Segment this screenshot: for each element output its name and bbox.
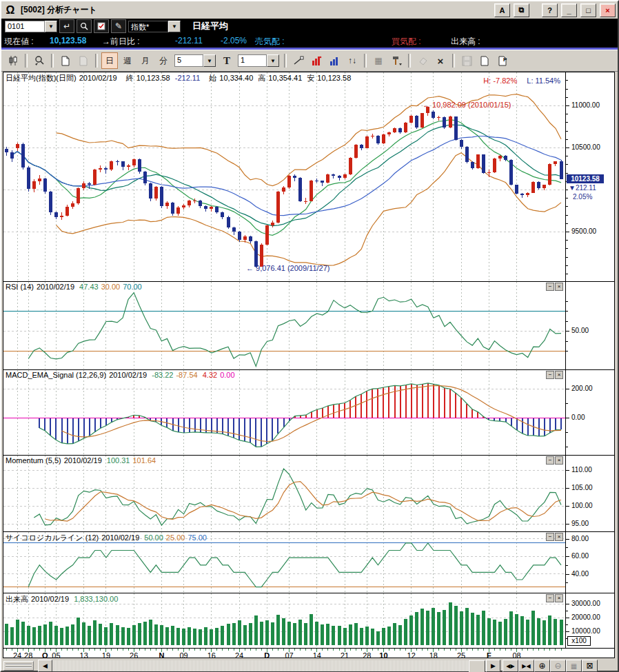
trendline-button[interactable]: [290, 52, 307, 69]
minimize-panel-button[interactable]: −: [546, 371, 554, 379]
floppy-icon: [462, 56, 472, 66]
grid-view-button[interactable]: ▦: [566, 660, 582, 672]
expand-range-button[interactable]: ◀▶: [503, 660, 518, 672]
period-day-button[interactable]: 日: [101, 52, 118, 69]
axis-minor-tick: [566, 341, 568, 342]
close-panel-button[interactable]: ×: [555, 594, 563, 602]
x-axis-label: 24: [232, 651, 247, 658]
symbol-name: 日経平均: [192, 20, 228, 32]
x-axis-label: 18: [426, 651, 441, 658]
toolbar-separator: [95, 54, 98, 68]
current-price-tag: 10123.58: [567, 174, 604, 183]
price-axis[interactable]: 10123.58 ▼212.11 2.05% 11000.0010500.009…: [565, 72, 614, 281]
symbol-bar: 0101 ▼ ↵ ✎ 指数* ▼ 日経平均: [1, 19, 618, 34]
print-preview-button[interactable]: [476, 52, 493, 69]
close-view-button[interactable]: ⊠: [582, 660, 598, 672]
chevron-down-icon[interactable]: ▼: [203, 54, 216, 67]
category-value[interactable]: 指数*: [128, 21, 168, 32]
eraser-button[interactable]: [414, 52, 431, 69]
close-button[interactable]: ×: [600, 3, 616, 17]
x-axis-label: F: [481, 651, 496, 658]
minute-interval-combo[interactable]: 5 ▼: [174, 54, 216, 67]
window-title: [5002] 分析チャート: [21, 4, 97, 16]
zoom-tool-button[interactable]: [31, 52, 48, 69]
macd-header: MACD_EMA_Signal (12,26,9)2010/02/19 -83.…: [6, 371, 238, 379]
period-week-button[interactable]: 週: [119, 52, 136, 69]
chart-type-button[interactable]: [5, 52, 21, 69]
volume-header: 出来高2010/02/19 1,833,130.00: [6, 594, 121, 604]
symbol-code-input[interactable]: 0101: [5, 21, 45, 32]
indicator-overlay-button[interactable]: [308, 52, 325, 69]
scroll-left-button[interactable]: ◀: [38, 660, 52, 672]
splitter-handle[interactable]: [3, 661, 34, 671]
category-combo[interactable]: 指数* ▼: [128, 21, 181, 32]
submit-symbol-button[interactable]: ↵: [59, 19, 74, 33]
rsi-plot[interactable]: [3, 282, 566, 369]
x-axis-label: 21: [337, 651, 352, 658]
symbol-dropdown-button[interactable]: ▼: [45, 21, 57, 32]
current-change-tag: ▼212.11: [569, 184, 596, 192]
axis-minor-tick: [566, 122, 568, 123]
axis-label: 9500.00: [571, 227, 596, 235]
momentum-axis[interactable]: 110.00105.00100.0095.00: [565, 456, 614, 531]
close-panel-button[interactable]: ×: [555, 533, 563, 541]
duplicate-chart-button[interactable]: [75, 52, 92, 69]
title-bar[interactable]: Ω [5002] 分析チャート A ⧉ ? _ □ ×: [1, 1, 618, 19]
period-month-button[interactable]: 月: [137, 52, 154, 69]
new-page-icon: [61, 56, 70, 66]
text-tool-button[interactable]: T: [219, 52, 235, 69]
sort-updown-button[interactable]: ↑↓: [344, 52, 361, 69]
chart-settings-button[interactable]: [388, 52, 405, 69]
momentum-panel-controls: − ×: [546, 456, 563, 465]
x-axis-label: 19: [99, 651, 114, 658]
macd-plot[interactable]: [3, 370, 566, 454]
collapse-range-button[interactable]: ▶◀: [518, 660, 534, 672]
scroll-right-button[interactable]: ▶: [486, 660, 500, 672]
psych-axis[interactable]: 80.0060.0040.00: [565, 532, 614, 593]
print-button[interactable]: P: [494, 52, 511, 69]
category-dropdown-button[interactable]: ▼: [168, 21, 181, 32]
save-button[interactable]: [458, 52, 475, 69]
macd-axis[interactable]: 200.000.00: [565, 370, 614, 455]
momentum-plot[interactable]: [3, 456, 566, 531]
minimize-panel-button[interactable]: −: [546, 283, 554, 291]
period-minute-button[interactable]: 分: [155, 52, 172, 69]
chevron-down-icon[interactable]: ▼: [267, 54, 279, 67]
register-list-button[interactable]: [94, 19, 109, 33]
symbol-search-button[interactable]: [77, 19, 92, 33]
axis-tick: [566, 618, 569, 618]
new-chart-button[interactable]: [57, 52, 74, 69]
minimize-panel-button[interactable]: −: [546, 533, 554, 541]
maximize-button[interactable]: □: [580, 3, 596, 17]
annotation-button[interactable]: A: [494, 3, 510, 17]
count-value[interactable]: 1: [238, 54, 267, 67]
axis-label: 0.00: [571, 414, 585, 421]
copy-window-button[interactable]: ⧉: [514, 3, 529, 17]
symbol-code-combo[interactable]: 0101 ▼: [5, 21, 57, 32]
svg-text:P: P: [503, 57, 507, 63]
x-axis-label: 28: [21, 651, 36, 658]
minimize-panel-button[interactable]: −: [546, 594, 554, 602]
close-panel-button[interactable]: ×: [555, 371, 563, 379]
delete-all-button[interactable]: ×: [432, 52, 449, 69]
zoom-out-button[interactable]: ⊖: [550, 660, 566, 672]
scrollbar-track[interactable]: [52, 660, 486, 671]
scrollbar-thumb[interactable]: [469, 660, 485, 672]
axis-minor-tick: [566, 301, 568, 302]
minute-interval-value[interactable]: 5: [174, 54, 203, 67]
clear-draw-button[interactable]: ✎: [111, 19, 126, 33]
rsi-axis[interactable]: 50.00: [565, 282, 614, 369]
count-combo[interactable]: 1 ▼: [238, 54, 279, 67]
indicator-sub-button[interactable]: [326, 52, 343, 69]
grid-toggle-button[interactable]: ▦: [370, 52, 387, 69]
macd-panel: MACD_EMA_Signal (12,26,9)2010/02/19 -83.…: [3, 369, 614, 455]
minimize-panel-button[interactable]: −: [546, 456, 554, 465]
chart-area: 日経平均(指数)(日間)2010/02/19 終10,123.58 -212.1…: [3, 72, 615, 658]
close-panel-button[interactable]: ×: [555, 456, 563, 465]
volume-axis[interactable]: x100 30000.0020000.0010000.00: [565, 593, 614, 648]
close-panel-button[interactable]: ×: [555, 283, 563, 291]
zoom-in-button[interactable]: ⊕: [534, 660, 550, 672]
axis-minor-tick: [566, 131, 568, 132]
minimize-button[interactable]: _: [561, 3, 577, 17]
help-button[interactable]: ?: [542, 3, 558, 17]
